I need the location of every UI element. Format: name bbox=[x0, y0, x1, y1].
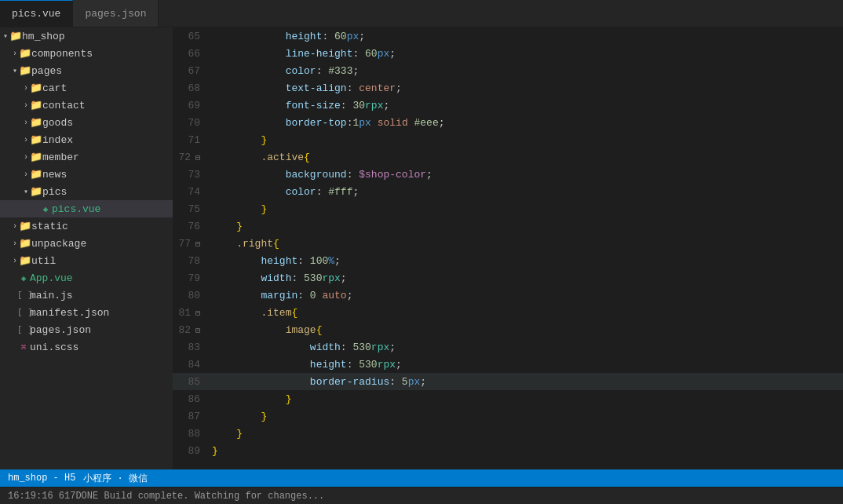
line-content: border-top:1px solid #eee; bbox=[208, 114, 843, 131]
status-bar: hm_shop - H5 小程序 · 微信 bbox=[0, 469, 843, 487]
tab-pages-json[interactable]: pages.json bbox=[73, 0, 159, 27]
chevron-down-icon: ▾ bbox=[13, 66, 17, 75]
code-line-79: 79 width: 530rpx; bbox=[173, 269, 843, 287]
code-line-88: 88 } bbox=[173, 425, 843, 442]
sidebar-item-components-label: components bbox=[31, 48, 173, 60]
sidebar-item-pages-json[interactable]: [ ] pages.json bbox=[0, 321, 173, 338]
tab-bar: pics.vue pages.json bbox=[0, 0, 843, 27]
line-number: 75 bbox=[173, 200, 208, 217]
line-content: margin: 0 auto; bbox=[208, 287, 843, 304]
sidebar-item-static[interactable]: › 📁 static bbox=[0, 217, 173, 235]
line-number: 82⊟ bbox=[173, 321, 208, 338]
code-line-74: 74 color: #fff; bbox=[173, 183, 843, 200]
fold-indicator[interactable]: ⊟ bbox=[192, 239, 200, 249]
sidebar-item-unpackage-label: unpackage bbox=[31, 238, 173, 250]
code-line-68: 68 text-align: center; bbox=[173, 79, 843, 97]
line-content: } bbox=[208, 200, 843, 217]
sidebar-item-index[interactable]: › 📁 index bbox=[0, 131, 173, 148]
folder-icon: 📁 bbox=[30, 133, 42, 146]
folder-icon: 📁 bbox=[30, 185, 42, 198]
line-content: border-radius: 5px; bbox=[208, 373, 843, 390]
line-number: 87 bbox=[173, 407, 208, 425]
line-content: background: $shop-color; bbox=[208, 166, 843, 183]
sidebar-item-pages[interactable]: ▾ 📁 pages bbox=[0, 62, 173, 79]
folder-icon: 📁 bbox=[30, 151, 42, 163]
sidebar-item-goods[interactable]: › 📁 goods bbox=[0, 114, 173, 131]
line-content: image{ bbox=[208, 321, 843, 338]
scss-file-icon: ⌘ bbox=[17, 342, 30, 352]
tab-pics-vue[interactable]: pics.vue bbox=[0, 0, 73, 27]
line-number: 73 bbox=[173, 166, 208, 183]
chevron-right-icon: › bbox=[13, 49, 17, 58]
sidebar-item-pages-label: pages bbox=[31, 65, 173, 77]
sidebar-item-cart[interactable]: › 📁 cart bbox=[0, 79, 173, 97]
js-file-icon: [ ] bbox=[17, 290, 30, 300]
line-number: 65 bbox=[173, 27, 208, 45]
sidebar-item-member-label: member bbox=[42, 152, 173, 163]
line-number: 89 bbox=[173, 442, 208, 459]
line-content: } bbox=[208, 390, 843, 407]
line-number: 70 bbox=[173, 114, 208, 131]
line-number: 67 bbox=[173, 62, 208, 79]
sidebar-item-main-js-label: main.js bbox=[30, 290, 173, 301]
bottom-bar: 16:19:16 617 DONE Build complete. Watchi… bbox=[0, 487, 843, 504]
sidebar-item-pics-folder[interactable]: ▾ 📁 pics bbox=[0, 183, 173, 200]
line-content: color: #fff; bbox=[208, 183, 843, 200]
line-number: 80 bbox=[173, 287, 208, 304]
chevron-right-icon: › bbox=[24, 136, 28, 144]
sidebar-item-app-vue[interactable]: ◈ App.vue bbox=[0, 269, 173, 287]
folder-icon: 📁 bbox=[9, 30, 22, 42]
folder-icon: 📁 bbox=[19, 47, 31, 60]
sidebar-item-pics-vue-label: pics.vue bbox=[52, 203, 173, 215]
sidebar-item-uni-scss[interactable]: ⌘ uni.scss bbox=[0, 338, 173, 356]
line-content: width: 530rpx; bbox=[208, 338, 843, 356]
code-line-72: 72⊟ .active{ bbox=[173, 148, 843, 166]
chevron-right-icon: › bbox=[24, 84, 28, 93]
sidebar-item-manifest-json[interactable]: [ ] manifest.json bbox=[0, 304, 173, 321]
code-line-76: 76 } bbox=[173, 217, 843, 235]
code-line-65: 65 height: 60px; bbox=[173, 27, 843, 45]
fold-indicator[interactable]: ⊟ bbox=[192, 309, 200, 318]
chevron-right-icon: › bbox=[24, 170, 28, 179]
line-number: 74 bbox=[173, 183, 208, 200]
sidebar-item-member[interactable]: › 📁 member bbox=[0, 148, 173, 166]
folder-icon: 📁 bbox=[30, 99, 42, 111]
code-editor[interactable]: 65 height: 60px; 66 line-height: 60px; 6… bbox=[173, 27, 843, 469]
bottom-message: DONE Build complete. Watching for change… bbox=[75, 491, 324, 502]
sidebar-item-pages-json-label: pages.json bbox=[30, 324, 173, 336]
sidebar: ▾ 📁 hm_shop › 📁 components ▾ 📁 pages › 📁… bbox=[0, 27, 173, 469]
sidebar-item-app-vue-label: App.vue bbox=[30, 272, 173, 284]
line-number: 66 bbox=[173, 45, 208, 62]
sidebar-item-main-js[interactable]: [ ] main.js bbox=[0, 287, 173, 304]
line-content: text-align: center; bbox=[208, 79, 843, 97]
main-area: ▾ 📁 hm_shop › 📁 components ▾ 📁 pages › 📁… bbox=[0, 27, 843, 469]
sidebar-root[interactable]: ▾ 📁 hm_shop bbox=[0, 27, 173, 45]
code-line-85: 85 border-radius: 5px; bbox=[173, 373, 843, 390]
sidebar-item-contact-label: contact bbox=[42, 100, 173, 111]
sidebar-item-unpackage[interactable]: › 📁 unpackage bbox=[0, 235, 173, 252]
code-line-86: 86 } bbox=[173, 390, 843, 407]
code-line-67: 67 color: #333; bbox=[173, 62, 843, 79]
status-app-name: hm_shop - H5 bbox=[8, 473, 75, 484]
sidebar-item-components[interactable]: › 📁 components bbox=[0, 45, 173, 62]
line-content: } bbox=[208, 217, 843, 235]
sidebar-item-manifest-json-label: manifest.json bbox=[30, 307, 173, 319]
sidebar-item-pics-vue[interactable]: ◈ pics.vue bbox=[0, 200, 173, 217]
line-content: height: 530rpx; bbox=[208, 356, 843, 373]
folder-icon: 📁 bbox=[30, 116, 42, 129]
line-number: 69 bbox=[173, 97, 208, 114]
line-number: 85 bbox=[173, 373, 208, 390]
sidebar-item-util[interactable]: › 📁 util bbox=[0, 252, 173, 269]
line-number: 71 bbox=[173, 131, 208, 148]
line-number: 79 bbox=[173, 269, 208, 287]
fold-indicator[interactable]: ⊟ bbox=[192, 153, 200, 163]
line-number: 83 bbox=[173, 338, 208, 356]
line-content: } bbox=[208, 407, 843, 425]
json-file-icon: [ ] bbox=[17, 308, 30, 317]
sidebar-item-news[interactable]: › 📁 news bbox=[0, 166, 173, 183]
sidebar-item-index-label: index bbox=[42, 134, 173, 146]
sidebar-item-contact[interactable]: › 📁 contact bbox=[0, 97, 173, 114]
line-content: line-height: 60px; bbox=[208, 45, 843, 62]
line-content: } bbox=[208, 131, 843, 148]
fold-indicator[interactable]: ⊟ bbox=[192, 326, 200, 335]
